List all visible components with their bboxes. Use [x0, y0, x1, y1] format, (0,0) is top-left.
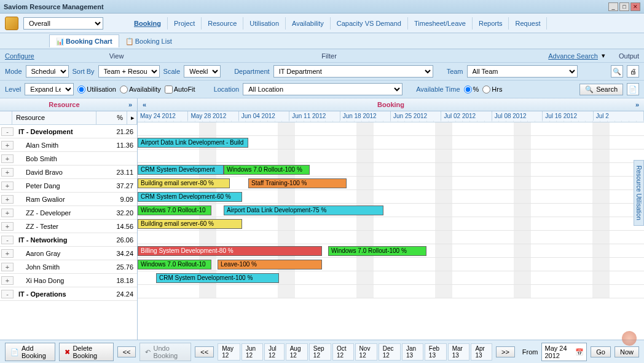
resource-row[interactable]: +Aaron Gray34.24 — [0, 247, 137, 260]
gantt-bar[interactable]: Billing System Development-80 % — [138, 246, 322, 256]
month-pill[interactable]: Aug 12 — [286, 343, 308, 361]
expand-toggle[interactable]: + — [1, 222, 14, 231]
gantt-bar[interactable]: Windows 7.0 Rollout-10 — [138, 205, 211, 215]
nav-project[interactable]: Project — [168, 17, 202, 30]
expand-toggle[interactable]: + — [1, 168, 14, 177]
configure-link[interactable]: Configure — [5, 52, 34, 60]
gantt-bar[interactable]: Windows 7.0 Rollout-10 — [138, 260, 211, 269]
resource-list[interactable]: -IT - Development21.26+Alan Smith11.36+B… — [0, 125, 137, 340]
month-pill[interactable]: Apr 13 — [471, 343, 492, 361]
add-booking-button[interactable]: 📄Add Booking — [5, 343, 55, 361]
availtime-hrs-radio[interactable] — [482, 86, 490, 94]
availability-radio[interactable] — [120, 86, 128, 94]
nav-request[interactable]: Request — [509, 17, 547, 30]
booking-collapse-left[interactable]: « — [140, 101, 149, 108]
level-select[interactable]: Expand Level — [25, 83, 74, 95]
close-button[interactable]: ✕ — [630, 2, 640, 11]
now-button[interactable]: Now — [615, 346, 639, 357]
gantt-bar[interactable]: Windows 7.0 Rollout-100 % — [328, 246, 426, 256]
expand-toggle[interactable]: + — [1, 209, 14, 217]
mode-select[interactable]: Schedule — [26, 65, 69, 78]
gantt-row[interactable] — [138, 122, 644, 136]
undo-booking-button[interactable]: ↶Undo Booking — [139, 343, 191, 361]
resource-row[interactable]: -IT - Networking26.06 — [0, 233, 137, 247]
sortby-select[interactable]: Team + Resource — [98, 65, 160, 78]
expand-toggle[interactable]: + — [1, 195, 14, 204]
gantt-row[interactable]: Building email server-80 %Staff Training… — [138, 177, 644, 190]
availtime-pct-radio[interactable] — [464, 86, 472, 94]
month-pill[interactable]: Jun 12 — [242, 343, 263, 361]
booking-collapse-right[interactable]: » — [633, 101, 642, 108]
nav-booking[interactable]: Booking — [128, 17, 168, 30]
gantt-row[interactable]: Windows 7.0 Rollout-10Leave-100 % — [138, 258, 644, 271]
month-pill[interactable]: Dec 12 — [379, 343, 401, 361]
resource-row[interactable]: +Xi Hao Dong18.18 — [0, 274, 137, 287]
month-pill[interactable]: Jul 12 — [264, 343, 285, 361]
nav-resource[interactable]: Resource — [202, 17, 243, 30]
resource-row[interactable]: +David Bravo23.11 — [0, 166, 137, 179]
month-pill[interactable]: Mar 13 — [448, 343, 470, 361]
export-btn-3[interactable]: 📄 — [627, 83, 639, 95]
gantt-bar[interactable]: Airport Data Link Development-75 % — [224, 205, 383, 215]
scale-select[interactable]: Weekly — [184, 65, 221, 78]
chevron-right-icon[interactable]: ▸ — [127, 111, 137, 124]
nav-timesheet-leave[interactable]: Timesheet/Leave — [408, 17, 473, 30]
gantt-bar[interactable]: Staff Training-100 % — [248, 178, 347, 188]
gantt-bar[interactable]: Building email server-60 % — [138, 219, 242, 229]
resource-utilisation-vtab[interactable]: Resource Utilisation — [634, 160, 644, 226]
search-button[interactable]: 🔍Search — [579, 84, 623, 95]
month-pill[interactable]: Sep 12 — [309, 343, 331, 361]
expand-toggle[interactable]: + — [1, 182, 14, 190]
gantt-row[interactable]: Building email server-60 % — [138, 217, 644, 231]
gantt-bar[interactable]: CRM System Development-60 % — [138, 192, 242, 202]
delete-booking-button[interactable]: ✖Delete Booking — [59, 343, 113, 361]
expand-toggle[interactable]: - — [1, 236, 14, 244]
expand-toggle[interactable]: + — [1, 249, 14, 258]
gantt-row[interactable]: Windows 7.0 Rollout-10Airport Data Link … — [138, 204, 644, 217]
advance-search-link[interactable]: Advance Search — [548, 52, 598, 60]
minimize-button[interactable]: _ — [608, 2, 618, 11]
gantt-bar[interactable]: CRM System Development — [138, 165, 224, 175]
col-resource[interactable]: Resource — [12, 111, 96, 124]
month-pill[interactable]: Jan 13 — [402, 343, 423, 361]
gantt-row[interactable] — [138, 285, 644, 298]
resource-row[interactable]: -IT - Operations24.24 — [0, 287, 137, 301]
gantt-row[interactable]: CRM System DevelopmentWindows 7.0 Rollou… — [138, 163, 644, 177]
gantt-bar[interactable]: Windows 7.0 Rollout-100 % — [224, 165, 310, 175]
expand-toggle[interactable]: + — [1, 276, 14, 285]
expand-toggle[interactable]: + — [1, 154, 14, 163]
col-pct[interactable]: % — [96, 111, 127, 124]
export-btn-2[interactable]: 🖨 — [627, 65, 639, 78]
gantt-row[interactable] — [138, 231, 644, 244]
nav-capacity-vs-demand[interactable]: Capacity VS Demand — [331, 17, 408, 30]
gantt-body[interactable]: For example, the resource manager can sc… — [138, 122, 644, 340]
resource-collapse-button[interactable]: » — [126, 101, 135, 108]
prev-button[interactable]: << — [117, 346, 136, 357]
gantt-bar[interactable]: Leave-100 % — [218, 260, 322, 269]
gantt-row[interactable]: Airport Data Link Development - Build — [138, 136, 644, 150]
location-select[interactable]: All Location — [243, 83, 402, 95]
month-pill[interactable]: May 12 — [218, 343, 240, 361]
expand-toggle[interactable]: - — [1, 290, 14, 298]
gantt-row[interactable] — [138, 150, 644, 163]
from-date-input[interactable]: May 24 2012📅 — [541, 343, 587, 361]
resource-row[interactable]: +Peter Dang37.27 — [0, 179, 137, 193]
resource-row[interactable]: +Alan Smith11.36 — [0, 138, 137, 152]
resource-row[interactable]: +ZZ - Developer32.20 — [0, 206, 137, 220]
resource-row[interactable]: +Bob Smith — [0, 152, 137, 166]
next-month-button[interactable]: >> — [496, 346, 515, 357]
subtab-booking-chart[interactable]: 📊 Booking Chart — [49, 34, 119, 47]
subtab-booking-list[interactable]: 📋 Booking List — [119, 35, 178, 47]
resource-row[interactable]: +Ram Gwalior9.09 — [0, 193, 137, 206]
gantt-row[interactable]: CRM System Development-100 % — [138, 271, 644, 285]
gantt-bar[interactable]: Building email server-80 % — [138, 178, 230, 188]
gantt-row[interactable]: CRM System Development-60 % — [138, 190, 644, 204]
resource-row[interactable]: -IT - Development21.26 — [0, 125, 137, 138]
gantt-row[interactable]: Billing System Development-80 %Windows 7… — [138, 244, 644, 258]
utilisation-radio[interactable] — [77, 86, 85, 94]
prev-month-button[interactable]: << — [195, 346, 214, 357]
month-pill[interactable]: Nov 12 — [355, 343, 377, 361]
export-btn-1[interactable]: 🔍 — [611, 65, 623, 78]
gantt-bar[interactable]: Airport Data Link Development - Build — [138, 138, 248, 148]
expand-toggle[interactable]: - — [1, 127, 14, 136]
